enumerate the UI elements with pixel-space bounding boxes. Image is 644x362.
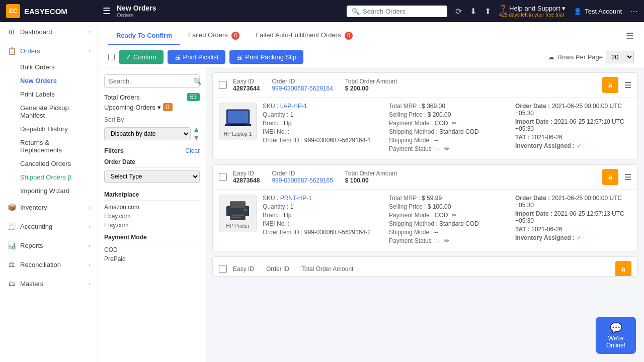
order-menu-icon2[interactable]: ☰ [624,172,631,182]
search-orders-input[interactable] [109,77,193,85]
order-id-label2: Order ID [272,170,333,177]
sidebar-sub-generate-pickup[interactable]: Generate Pickup Manifest [0,101,98,122]
sidebar-sub-dispatch-history[interactable]: Dispatch History [0,122,98,136]
product-dates: Order Date : 2021-06-25 00:00:00 UTC +05… [515,103,631,154]
masters-icon: 🗂 [7,279,16,288]
total-orders-row: Total Orders 63 [104,93,200,101]
more-options-icon[interactable]: ⋯ [630,7,638,16]
rows-per-page-select[interactable]: 2050100 [606,51,634,63]
edit-icon4[interactable]: ✏ [444,237,449,244]
rows-per-page-label: Rows Per Page [557,53,603,61]
svg-rect-1 [227,111,248,123]
quantity-row: Quantity : 1 [263,111,379,118]
total-amount-value2: $ 100.00 [345,177,397,184]
sidebar-sub-importing[interactable]: Importing Wizard [0,184,98,198]
clear-filters-link[interactable]: Clear [185,147,200,154]
search-input[interactable] [363,8,438,15]
download-icon[interactable]: ⬇ [470,7,476,16]
sort-up-arrow[interactable]: ▲ [193,125,200,133]
svg-rect-8 [231,216,241,217]
order-date-select[interactable]: Select Type [104,170,200,183]
order-id-link[interactable]: 999-0300687-5629164 [272,85,333,92]
check-icon: ✓ [126,53,131,61]
edit-icon2[interactable]: ✏ [444,145,449,152]
print-packing-button[interactable]: 🖨 Print Packing Slip [229,50,303,64]
order-card: Easy ID 42873648 Order ID 999-0300687-56… [212,164,638,251]
refresh-icon[interactable]: ⟳ [455,7,462,16]
product-info2: SKU : PRNT-HP-1 Quantity : 1 Brand : Hp [263,195,379,246]
product-image-printer: HP Printer [219,195,257,232]
order-card-header: Easy ID 42873648 Order ID 999-0300687-56… [213,165,637,190]
order-card: Easy ID 42873644 Order ID 999-0300687-56… [212,72,638,159]
order-date-label: Order Date [104,158,200,168]
select-all-checkbox[interactable] [108,54,115,60]
sidebar-item-accounting[interactable]: 🧾 Accounting › [0,217,98,236]
account-menu[interactable]: 👤 Test Account [574,8,622,15]
tab-failed-orders[interactable]: Failed Orders 0 [180,26,248,46]
sort-down-arrow[interactable]: ▼ [193,134,200,142]
total-amount-label2: Total Order Amount [345,170,397,177]
order-checkbox[interactable] [219,173,227,181]
account-label: Test Account [585,8,622,15]
toolbar: ✓ Confirm 🖨 Print Picklist 🖨 Print Packi… [98,46,644,68]
tab-ready-to-confirm[interactable]: Ready To Confirm [108,27,180,45]
filter-etsy[interactable]: Etsy.com [104,221,200,230]
total-amount-value: $ 200.00 [345,85,397,92]
filter-ebay[interactable]: Ebay.com [104,212,200,221]
easy-id-value: 42873644 [233,85,260,92]
help-support-button[interactable]: ❓ Help and Support ▾ 425 days left in yo… [499,5,566,18]
filter-prepaid[interactable]: PrePaid [104,254,200,263]
sidebar-item-orders[interactable]: 📋 Orders › [0,41,98,60]
sidebar-label-masters: Masters [20,280,43,288]
upload-icon[interactable]: ⬆ [485,7,491,16]
chat-widget[interactable]: 💬 We're Online! [596,317,636,354]
sidebar-item-inventory[interactable]: 📦 Inventory › [0,198,98,217]
edit-icon3[interactable]: ✏ [452,212,457,219]
upcoming-orders-row[interactable]: Upcoming Orders ▾ 0 [104,103,200,111]
chevron-icon: › [89,48,91,54]
product-info: SKU : LAP-HP-1 Quantity : 1 Brand : Hp [263,103,379,154]
order-item-row: Order Item ID : 999-0300687-5629164-1 [263,137,379,144]
search-icon: 🔍 [352,8,360,15]
svg-rect-3 [230,124,246,126]
sidebar-label-dashboard: Dashboard [20,28,52,36]
help-support-label: ❓ Help and Support ▾ [499,5,566,12]
order-checkbox-partial[interactable] [219,265,227,273]
hamburger-icon[interactable]: ☰ [103,6,111,17]
sort-by-select[interactable]: Dispatch by date [104,127,191,140]
product-pricing: Total MRP : $ 369.00 Selling Price : $ 2… [389,103,505,154]
filter-cod[interactable]: COD [104,245,200,254]
printer-icon: 🖨 [175,53,181,61]
product-details: SKU : LAP-HP-1 Quantity : 1 Brand : Hp [263,103,631,154]
confirm-button[interactable]: ✓ Confirm [119,50,164,64]
logo-text: EASYECOM [24,7,67,16]
sidebar-sub-new-orders[interactable]: New Orders [0,74,98,87]
print-picklist-button[interactable]: 🖨 Print Picklist [168,50,226,64]
sidebar-item-masters[interactable]: 🗂 Masters › [0,274,98,293]
order-id-link2[interactable]: 999-0300687-5629165 [272,177,333,184]
sidebar-sub-print-labels[interactable]: Print Labels [0,87,98,101]
filter-amazon[interactable]: Amazon.com [104,203,200,212]
tab-menu-icon[interactable]: ☰ [626,31,634,42]
sidebar-sub-bulk-orders[interactable]: Bulk Orders [0,60,98,74]
sidebar-sub-returns[interactable]: Returns & Replacements [0,136,98,157]
sidebar-sub-shipped[interactable]: Shipped Orders β [0,170,98,184]
order-card-partial: Easy ID Order ID Total Order Amount a [212,256,638,277]
page-subtitle: Orders [117,12,197,18]
svg-rect-7 [231,214,244,215]
tab-failed-auto[interactable]: Failed Auto-Fulfilment Orders 0 [248,26,361,46]
total-orders-label: Total Orders [104,94,140,101]
order-menu-icon[interactable]: ☰ [624,80,631,90]
chevron-icon: › [89,242,91,248]
search-orders-box[interactable]: 🔍 [104,74,200,88]
filters-label: Filters [104,147,124,154]
amazon-icon2: a [602,169,618,185]
sidebar-item-dashboard[interactable]: ⊞ Dashboard › [0,22,98,41]
sidebar-item-reconciliation[interactable]: ⚖ Reconciliation › [0,255,98,274]
order-checkbox[interactable] [219,81,227,89]
search-box[interactable]: 🔍 [347,6,447,17]
sidebar-item-reports[interactable]: 📊 Reports › [0,236,98,255]
sidebar-sub-cancelled[interactable]: Cancelled Orders [0,157,98,170]
edit-icon[interactable]: ✏ [452,120,457,127]
chevron-down-icon: ▾ [157,104,161,111]
